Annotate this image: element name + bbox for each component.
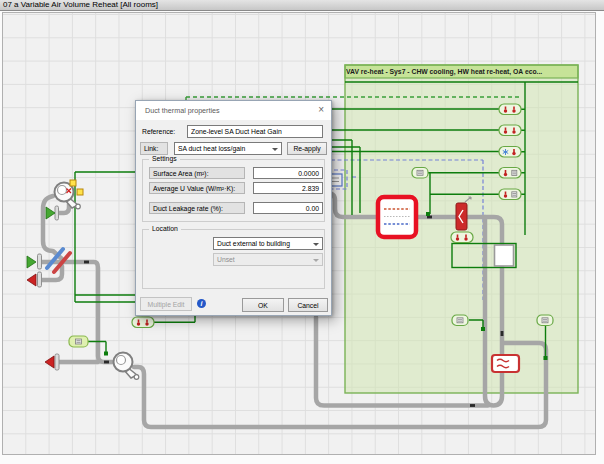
dialog-title: Duct thermal properties [136, 101, 331, 120]
ok-button[interactable]: OK [242, 298, 284, 312]
vav-unit-icon[interactable] [492, 355, 519, 372]
room-unit-icon[interactable] [499, 125, 521, 136]
u-value-label: Average U Value (W/m²·K): [149, 182, 245, 194]
close-icon[interactable]: × [318, 104, 324, 115]
reference-input[interactable] [187, 125, 323, 138]
room-unit-icon[interactable] [499, 189, 521, 200]
multiple-edit-button: Multiple Edit [140, 297, 192, 311]
controller-node-icon[interactable] [69, 336, 88, 347]
reference-label: Reference: [142, 128, 175, 135]
room-unit-icon[interactable] [499, 104, 521, 115]
link-combo[interactable]: SA duct heat loss/gain [174, 142, 282, 155]
settings-legend: Settings [149, 155, 180, 162]
room-unit-icon[interactable] [499, 168, 521, 179]
exhaust-air-outlet-bottom-icon[interactable] [45, 354, 59, 370]
duct-leakage-value[interactable]: 0.00 [253, 202, 323, 214]
location-combo-value: Duct external to building [217, 240, 290, 247]
chevron-down-icon [272, 148, 278, 151]
controller-node-icon[interactable] [537, 315, 553, 326]
surface-area-label: Surface Area (m²): [149, 167, 245, 179]
location-secondary-value: Unset [217, 256, 235, 263]
link-label: Link: [140, 142, 168, 155]
system-region-label: VAV re-heat - Sys7 - CHW cooling, HW hea… [346, 66, 576, 77]
outside-air-inlet-icon[interactable] [27, 254, 42, 269]
selected-duct-heat-gain-component[interactable] [378, 197, 416, 237]
location-combo[interactable]: Duct external to building [213, 237, 323, 250]
surface-area-value[interactable]: 0.0000 [253, 167, 323, 179]
room-unit-cooling-icon[interactable] [499, 147, 521, 158]
info-icon[interactable]: i [197, 299, 206, 308]
app-window: 07 a Variable Air Volume Reheat [All roo… [0, 0, 604, 464]
chevron-down-icon [313, 259, 319, 262]
damper-icon[interactable] [46, 206, 59, 220]
duct-thermal-properties-dialog: Duct thermal properties × Reference: Lin… [135, 100, 332, 316]
u-value-value[interactable]: 2.839 [253, 182, 323, 194]
room-unit-icon[interactable] [132, 317, 154, 328]
location-secondary-combo: Unset [213, 253, 323, 266]
zone-box[interactable] [495, 245, 514, 266]
duct-leakage-label: Duct Leakage rate (%): [149, 202, 245, 214]
controller-node-icon[interactable] [412, 168, 428, 179]
exhaust-air-outlet-icon[interactable] [27, 272, 42, 287]
cancel-button[interactable]: Cancel [288, 298, 328, 312]
chevron-down-icon [313, 243, 319, 246]
reapply-button[interactable]: Re-apply [287, 142, 327, 155]
location-legend: Location [149, 225, 181, 232]
link-combo-value: SA duct heat loss/gain [178, 145, 245, 152]
controller-node-icon[interactable] [452, 315, 468, 326]
room-unit-icon[interactable] [451, 232, 473, 243]
